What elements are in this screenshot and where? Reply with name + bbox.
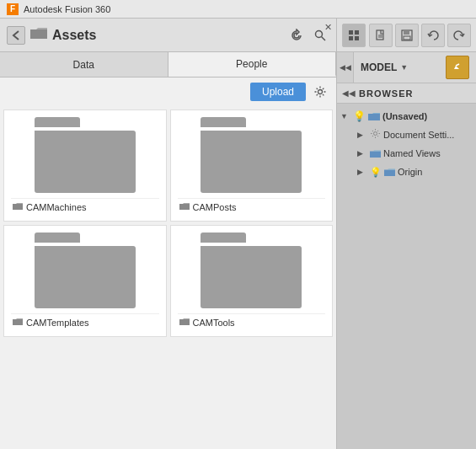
bulb-icon-unsaved: 💡 — [353, 110, 366, 122]
folder-icon-unsaved — [368, 111, 380, 121]
folder-icon-cam-posts — [201, 117, 302, 193]
folder-label-cam-machines: CAMMachines — [11, 198, 159, 214]
title-bar: F Autodesk Fusion 360 — [0, 0, 476, 19]
folder-small-icon-cam-machines — [13, 202, 23, 212]
folder-icon-cam-machines — [35, 117, 136, 193]
folder-grid-container: CAMMachines CAMPost — [0, 106, 336, 449]
model-edit-button[interactable] — [446, 56, 469, 79]
folder-item-cam-posts[interactable]: CAMPosts — [170, 110, 334, 222]
folder-grid: CAMMachines CAMPost — [3, 110, 333, 337]
upload-button[interactable]: Upload — [250, 83, 306, 101]
tree-item-doc-settings[interactable]: ▶ Document Setti... — [337, 126, 476, 144]
tree-item-named-views[interactable]: ▶ Named Views — [337, 144, 476, 163]
tree-arrow-unsaved[interactable]: ▼ — [340, 112, 350, 120]
folder-small-icon-cam-posts — [179, 202, 190, 212]
svg-rect-3 — [349, 30, 353, 35]
svg-point-2 — [318, 90, 323, 94]
tab-people[interactable]: People — [168, 52, 337, 77]
tab-data[interactable]: Data — [0, 52, 168, 77]
tree-item-origin[interactable]: ▶ 💡 Origin — [337, 163, 476, 181]
svg-line-1 — [322, 36, 326, 40]
undo-button[interactable] — [421, 24, 445, 47]
folder-label-cam-posts: CAMPosts — [178, 198, 326, 214]
svg-rect-11 — [404, 30, 409, 35]
folder-label-text-cam-tools: CAMTools — [193, 318, 235, 328]
tree-arrow-doc-settings[interactable]: ▶ — [357, 131, 367, 139]
upload-bar: Upload — [0, 78, 336, 106]
toolbar-right — [369, 24, 471, 47]
svg-rect-5 — [349, 36, 353, 40]
browser-tree: ▼ 💡 (Unsaved) ▶ Document Setti... ▶ — [337, 104, 476, 184]
new-file-button[interactable] — [369, 24, 393, 47]
tree-text-unsaved: (Unsaved) — [382, 111, 427, 121]
folder-item-cam-templates[interactable]: CAMTemplates — [3, 225, 167, 337]
browser-title: BROWSER — [359, 88, 413, 99]
folder-label-text-cam-templates: CAMTemplates — [26, 318, 89, 328]
settings-button[interactable] — [311, 83, 329, 101]
folder-label-text-cam-machines: CAMMachines — [26, 202, 87, 212]
main-layout: Assets ✕ Data People Upload — [0, 19, 476, 449]
assets-header: Assets ✕ — [0, 19, 336, 52]
svg-rect-6 — [355, 36, 359, 40]
right-panel: ◀◀ MODEL ▼ ◀◀ BROWSER — [337, 19, 476, 449]
folder-icon-origin — [384, 168, 395, 177]
folder-icon-named-views — [370, 149, 381, 158]
tree-arrow-origin[interactable]: ▶ — [357, 168, 367, 176]
folder-icon-cam-templates — [35, 233, 136, 308]
folder-label-text-cam-posts: CAMPosts — [193, 202, 237, 212]
app-title: Autodesk Fusion 360 — [24, 4, 110, 14]
app-icon: F — [7, 3, 19, 15]
tree-text-doc-settings: Document Setti... — [383, 130, 454, 140]
folder-item-cam-machines[interactable]: CAMMachines — [3, 110, 167, 222]
close-button[interactable]: ✕ — [322, 21, 334, 33]
assets-panel: Assets ✕ Data People Upload — [0, 19, 337, 449]
tabs-bar: Data People — [0, 52, 336, 78]
browser-collapse-arrow[interactable]: ◀◀ — [342, 88, 356, 98]
model-dropdown-arrow: ▼ — [400, 63, 408, 72]
model-dropdown[interactable]: MODEL ▼ — [361, 61, 408, 73]
folder-small-icon-cam-templates — [13, 318, 23, 328]
tree-text-origin: Origin — [398, 167, 422, 177]
save-button[interactable] — [395, 24, 419, 47]
svg-rect-4 — [355, 30, 359, 35]
tree-arrow-named-views[interactable]: ▶ — [357, 149, 367, 158]
refresh-button[interactable] — [287, 26, 306, 45]
assets-folder-icon — [30, 26, 47, 44]
tree-text-named-views: Named Views — [383, 148, 441, 158]
grid-view-button[interactable] — [342, 24, 366, 47]
browser-header: ◀◀ BROWSER — [337, 83, 476, 104]
gear-icon-doc-settings — [370, 128, 381, 142]
model-label: MODEL — [361, 61, 397, 73]
folder-icon-cam-tools — [201, 233, 302, 308]
svg-point-15 — [374, 132, 377, 136]
svg-rect-12 — [404, 36, 410, 40]
folder-label-cam-templates: CAMTemplates — [11, 313, 159, 329]
assets-title: Assets — [52, 28, 282, 43]
right-toolbar — [337, 19, 476, 52]
folder-item-cam-tools[interactable]: CAMTools — [170, 225, 334, 337]
folder-small-icon-cam-tools — [179, 318, 190, 328]
toolbar-left — [342, 24, 366, 47]
redo-button[interactable] — [447, 24, 471, 47]
bulb-icon-origin: 💡 — [370, 167, 382, 178]
folder-label-cam-tools: CAMTools — [178, 313, 326, 329]
tree-item-unsaved[interactable]: ▼ 💡 (Unsaved) — [337, 107, 476, 126]
panel-collapse-button[interactable]: ◀◀ — [337, 52, 354, 83]
back-button[interactable] — [7, 26, 25, 45]
